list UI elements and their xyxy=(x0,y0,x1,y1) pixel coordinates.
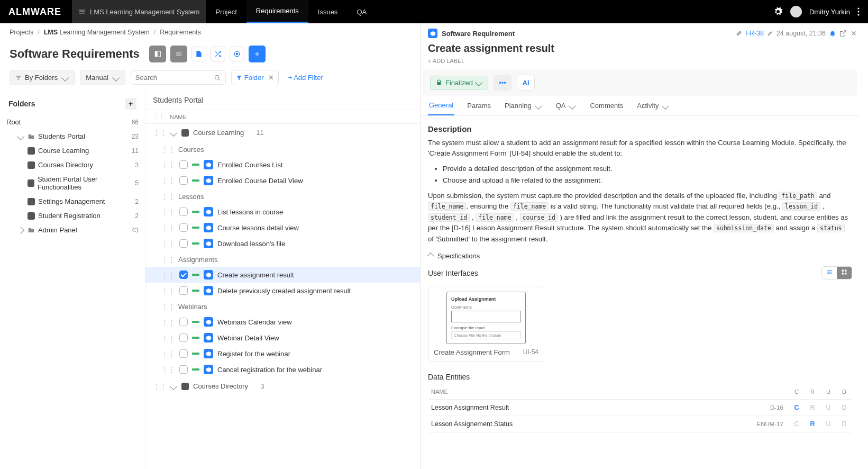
folder-settings-management[interactable]: Settings Management2 xyxy=(6,194,139,209)
checkbox[interactable] xyxy=(179,239,188,248)
folder-courses-directory[interactable]: Courses Directory3 xyxy=(6,158,139,172)
issue-key[interactable]: FR-38 xyxy=(745,30,764,37)
tab-qa[interactable]: QA xyxy=(555,96,578,115)
add-filter-button[interactable]: + Add Filter xyxy=(284,70,327,85)
requirement-item[interactable]: ⋮⋮Webinar Detail View xyxy=(145,330,420,346)
ui-interfaces-heading: User Interfaces xyxy=(428,269,478,277)
folder-students-portal[interactable]: Students Portal 23 xyxy=(6,129,139,143)
close-icon[interactable] xyxy=(850,30,857,37)
checkbox[interactable] xyxy=(179,270,188,279)
list-context: Students Portal xyxy=(145,91,420,110)
settings-icon[interactable] xyxy=(773,7,783,16)
data-entity-row[interactable]: Lesson Assignement StatusENUM-17 C R U D xyxy=(428,416,852,432)
description-heading: Description xyxy=(421,116,860,138)
requirement-item[interactable]: ⋮⋮Enrolled Courses List xyxy=(145,157,420,173)
kebab-icon[interactable] xyxy=(857,7,860,16)
layout-split-button[interactable] xyxy=(149,46,166,62)
layout-list-button[interactable] xyxy=(170,46,187,62)
filter-chip-folder[interactable]: Folder ✕ xyxy=(231,70,279,85)
nav-requirements[interactable]: Requirements xyxy=(246,0,308,23)
module-icon xyxy=(28,161,35,169)
external-link-icon[interactable] xyxy=(839,30,847,37)
priority-indicator xyxy=(192,337,199,339)
type-icon xyxy=(204,176,213,185)
requirement-title: Delete previously created assignment res… xyxy=(217,287,351,295)
search-input[interactable] xyxy=(131,70,226,85)
add-folder-button[interactable]: + xyxy=(125,98,136,110)
edit-icon[interactable] xyxy=(767,30,773,37)
specifications-toggle[interactable]: Specifications xyxy=(421,245,860,263)
add-button[interactable] xyxy=(249,46,266,62)
svg-point-6 xyxy=(236,53,238,55)
description-body[interactable]: The system must allow a student to add a… xyxy=(421,138,860,245)
list-view-icon[interactable] xyxy=(822,267,837,279)
requirement-item[interactable]: ⋮⋮Webinars Calendar view xyxy=(145,314,420,330)
requirement-title: Enrolled Courses List xyxy=(217,161,283,169)
checkbox[interactable] xyxy=(179,365,188,374)
ui-card[interactable]: Upload Assignment Comments Example file … xyxy=(428,286,544,362)
ui-view-toggle[interactable] xyxy=(821,266,852,279)
requirement-item[interactable]: ⋮⋮List lessons in course xyxy=(145,204,420,220)
list-group[interactable]: ⋮⋮Courses Directory 3 xyxy=(145,377,420,395)
requirement-title: Enrolled Course Detail View xyxy=(217,177,303,185)
folder-student-registration[interactable]: Student Registration2 xyxy=(6,209,139,223)
tab-activity[interactable]: Activity xyxy=(636,96,670,115)
checkbox[interactable] xyxy=(179,318,188,326)
nav-issues[interactable]: Issues xyxy=(308,0,348,23)
data-entity-row[interactable]: Lesson Assignment ResultD-16 C R U D xyxy=(428,400,852,416)
requirement-item[interactable]: ⋮⋮Register for the webinar xyxy=(145,346,420,362)
priority-indicator xyxy=(192,164,199,166)
requirement-item[interactable]: ⋮⋮Delete previously created assignment r… xyxy=(145,283,420,299)
nav-qa[interactable]: QA xyxy=(347,0,376,23)
sort-icon[interactable] xyxy=(192,114,197,120)
module-icon xyxy=(181,383,189,390)
status-dropdown[interactable]: Finalized xyxy=(430,76,488,90)
column-name[interactable]: NAME xyxy=(170,114,187,120)
more-actions-button[interactable]: ••• xyxy=(494,75,511,91)
type-icon xyxy=(204,223,213,232)
sort-dropdown[interactable]: Manual xyxy=(80,70,125,85)
checkbox[interactable] xyxy=(179,349,188,358)
bell-icon[interactable] xyxy=(829,30,836,37)
checkbox[interactable] xyxy=(179,208,188,216)
avatar[interactable] xyxy=(790,6,802,17)
nav-project[interactable]: Project xyxy=(206,0,246,23)
detail-title[interactable]: Create assignment result xyxy=(421,41,860,56)
requirement-item[interactable]: ⋮⋮Create assignment result xyxy=(145,267,420,283)
folder-admin-panel[interactable]: Admin Panel 43 xyxy=(6,223,139,237)
shuffle-button[interactable] xyxy=(211,47,225,61)
ai-button[interactable]: AI xyxy=(517,75,535,91)
checkbox[interactable] xyxy=(179,223,188,232)
tab-planning[interactable]: Planning xyxy=(504,96,543,115)
project-selector[interactable]: LMS Learning Management System xyxy=(72,0,206,23)
svg-rect-9 xyxy=(845,270,847,272)
checkbox[interactable] xyxy=(179,160,188,169)
type-icon xyxy=(204,286,213,295)
requirement-item[interactable]: ⋮⋮Enrolled Course Detail View xyxy=(145,173,420,188)
requirement-item[interactable]: ⋮⋮Cancel registration for the webinar xyxy=(145,362,420,377)
checkbox[interactable] xyxy=(179,176,188,185)
list-group[interactable]: ⋮⋮Course Learning 11 xyxy=(145,124,420,141)
tab-params[interactable]: Params xyxy=(466,96,492,115)
type-label: Software Requirement xyxy=(442,30,515,38)
folder-course-learning[interactable]: Course Learning11 xyxy=(6,143,139,158)
link-icon[interactable] xyxy=(736,30,742,37)
tab-general[interactable]: General xyxy=(428,96,454,115)
folder-root[interactable]: Root 66 xyxy=(6,115,139,129)
export-button[interactable] xyxy=(191,47,206,61)
breadcrumb-item[interactable]: Projects xyxy=(10,29,33,36)
grid-view-icon[interactable] xyxy=(837,267,852,279)
module-icon xyxy=(28,147,35,155)
requirement-item[interactable]: ⋮⋮Course lessons detail view xyxy=(145,220,420,236)
requirement-item[interactable]: ⋮⋮Download lesson's file xyxy=(145,236,420,251)
priority-indicator xyxy=(192,211,199,213)
group-by-dropdown[interactable]: By Folders xyxy=(10,70,75,85)
checkbox[interactable] xyxy=(179,333,188,342)
tab-comments[interactable]: Comments xyxy=(589,96,624,115)
checkbox[interactable] xyxy=(179,286,188,295)
funnel-icon xyxy=(236,75,242,81)
target-button[interactable] xyxy=(230,47,244,61)
folder-user-functionalities[interactable]: Student Portal User Functionalities5 xyxy=(6,172,139,194)
filter-remove-icon[interactable]: ✕ xyxy=(268,74,274,82)
add-label-button[interactable]: + ADD LABEL xyxy=(421,56,860,69)
